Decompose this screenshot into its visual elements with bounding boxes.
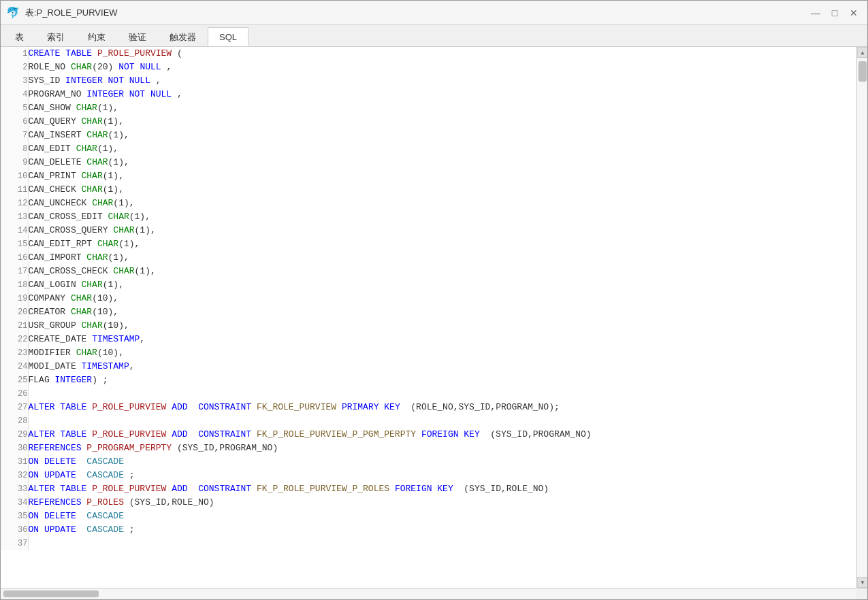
table-row: 32ON UPDATE CASCADE ; [1, 469, 856, 482]
code-line: CAN_DELETE CHAR(1), [28, 156, 856, 169]
tab-index[interactable]: 索引 [35, 27, 76, 46]
table-row: 17CAN_CROSS_CHECK CHAR(1), [1, 265, 856, 278]
line-number: 3 [1, 74, 28, 88]
line-number: 9 [1, 156, 28, 169]
code-line: CREATE_DATE TIMESTAMP, [28, 333, 856, 346]
scroll-down-arrow[interactable]: ▼ [857, 577, 867, 588]
code-line: CAN_CROSS_EDIT CHAR(1), [28, 210, 856, 224]
line-number: 21 [1, 319, 28, 333]
line-number: 7 [1, 129, 28, 142]
code-line: MODIFIER CHAR(10), [28, 346, 856, 360]
window-title: 表:P_ROLE_PURVIEW [25, 7, 118, 19]
table-row: 1CREATE TABLE P_ROLE_PURVIEW ( [1, 47, 856, 61]
tab-validation[interactable]: 验证 [117, 27, 158, 46]
table-row: 21USR_GROUP CHAR(10), [1, 319, 856, 333]
code-line: CAN_PRINT CHAR(1), [28, 169, 856, 183]
line-number: 28 [1, 414, 28, 428]
table-row: 27ALTER TABLE P_ROLE_PURVIEW ADD CONSTRA… [1, 401, 856, 414]
table-row: 13CAN_CROSS_EDIT CHAR(1), [1, 210, 856, 224]
table-row: 30REFERENCES P_PROGRAM_PERPTY (SYS_ID,PR… [1, 441, 856, 455]
code-line [28, 387, 856, 401]
line-number: 34 [1, 496, 28, 510]
bottom-area [1, 588, 867, 599]
line-number: 31 [1, 455, 28, 469]
table-row: 18CAN_LOGIN CHAR(1), [1, 278, 856, 292]
code-line: ON UPDATE CASCADE ; [28, 523, 856, 537]
code-line: ON DELETE CASCADE [28, 455, 856, 469]
table-row: 23MODIFIER CHAR(10), [1, 346, 856, 360]
code-line: CAN_QUERY CHAR(1), [28, 115, 856, 129]
table-row: 34REFERENCES P_ROLES (SYS_ID,ROLE_NO) [1, 496, 856, 510]
table-row: 26 [1, 387, 856, 401]
horizontal-scrollbar[interactable] [1, 588, 856, 599]
line-number: 32 [1, 469, 28, 482]
scroll-thumb[interactable] [858, 61, 867, 82]
table-row: 22CREATE_DATE TIMESTAMP, [1, 333, 856, 346]
line-number: 13 [1, 210, 28, 224]
code-line: CAN_INSERT CHAR(1), [28, 129, 856, 142]
main-window: 🐬 表:P_ROLE_PURVIEW — □ ✕ 表 索引 约束 验证 触发器 … [0, 0, 868, 600]
line-number: 14 [1, 224, 28, 237]
table-row: 11CAN_CHECK CHAR(1), [1, 183, 856, 197]
table-row: 10CAN_PRINT CHAR(1), [1, 169, 856, 183]
line-number: 16 [1, 251, 28, 265]
table-row: 25FLAG INTEGER) ; [1, 373, 856, 387]
line-number: 36 [1, 523, 28, 537]
maximize-button[interactable]: □ [826, 6, 843, 20]
line-number: 29 [1, 428, 28, 441]
code-line: CAN_LOGIN CHAR(1), [28, 278, 856, 292]
code-line [28, 537, 856, 550]
tab-table[interactable]: 表 [3, 27, 35, 46]
line-number: 2 [1, 61, 28, 74]
line-number: 33 [1, 482, 28, 496]
tab-constraint[interactable]: 约束 [76, 27, 117, 46]
line-number: 22 [1, 333, 28, 346]
line-number: 10 [1, 169, 28, 183]
code-line: ALTER TABLE P_ROLE_PURVIEW ADD CONSTRAIN… [28, 428, 856, 441]
code-line: CAN_IMPORT CHAR(1), [28, 251, 856, 265]
scroll-track[interactable] [857, 58, 867, 577]
code-line: CAN_CROSS_CHECK CHAR(1), [28, 265, 856, 278]
code-container[interactable]: 1CREATE TABLE P_ROLE_PURVIEW (2ROLE_NO C… [1, 47, 856, 588]
code-line: ROLE_NO CHAR(20) NOT NULL , [28, 61, 856, 74]
table-row: 36ON UPDATE CASCADE ; [1, 523, 856, 537]
code-line: ALTER TABLE P_ROLE_PURVIEW ADD CONSTRAIN… [28, 401, 856, 414]
table-row: 6CAN_QUERY CHAR(1), [1, 115, 856, 129]
window-controls: — □ ✕ [807, 6, 862, 20]
table-row: 7CAN_INSERT CHAR(1), [1, 129, 856, 142]
code-line [28, 414, 856, 428]
line-number: 4 [1, 88, 28, 101]
table-row: 15CAN_EDIT_RPT CHAR(1), [1, 237, 856, 251]
code-line: COMPANY CHAR(10), [28, 292, 856, 305]
code-line: MODI_DATE TIMESTAMP, [28, 360, 856, 373]
title-bar-left: 🐬 表:P_ROLE_PURVIEW [6, 6, 118, 19]
code-line: FLAG INTEGER) ; [28, 373, 856, 387]
line-number: 6 [1, 115, 28, 129]
code-line: CAN_SHOW CHAR(1), [28, 101, 856, 115]
minimize-button[interactable]: — [807, 6, 824, 20]
tab-trigger[interactable]: 触发器 [158, 27, 208, 46]
app-icon: 🐬 [6, 6, 20, 19]
table-row: 33ALTER TABLE P_ROLE_PURVIEW ADD CONSTRA… [1, 482, 856, 496]
table-row: 14CAN_CROSS_QUERY CHAR(1), [1, 224, 856, 237]
h-scroll-thumb[interactable] [3, 590, 99, 597]
code-line: CREATOR CHAR(10), [28, 305, 856, 319]
code-line: SYS_ID INTEGER NOT NULL , [28, 74, 856, 88]
line-number: 26 [1, 387, 28, 401]
line-number: 5 [1, 101, 28, 115]
close-button[interactable]: ✕ [846, 6, 862, 20]
line-number: 30 [1, 441, 28, 455]
code-line: REFERENCES P_ROLES (SYS_ID,ROLE_NO) [28, 496, 856, 510]
code-line: CAN_CHECK CHAR(1), [28, 183, 856, 197]
line-number: 17 [1, 265, 28, 278]
code-line: REFERENCES P_PROGRAM_PERPTY (SYS_ID,PROG… [28, 441, 856, 455]
table-row: 35ON DELETE CASCADE [1, 510, 856, 523]
right-scrollbar[interactable]: ▲ ▼ [856, 47, 867, 588]
line-number: 11 [1, 183, 28, 197]
table-row: 8CAN_EDIT CHAR(1), [1, 142, 856, 156]
table-row: 29ALTER TABLE P_ROLE_PURVIEW ADD CONSTRA… [1, 428, 856, 441]
tab-sql[interactable]: SQL [208, 27, 248, 46]
line-number: 1 [1, 47, 28, 61]
code-line: USR_GROUP CHAR(10), [28, 319, 856, 333]
scroll-up-arrow[interactable]: ▲ [857, 47, 867, 58]
